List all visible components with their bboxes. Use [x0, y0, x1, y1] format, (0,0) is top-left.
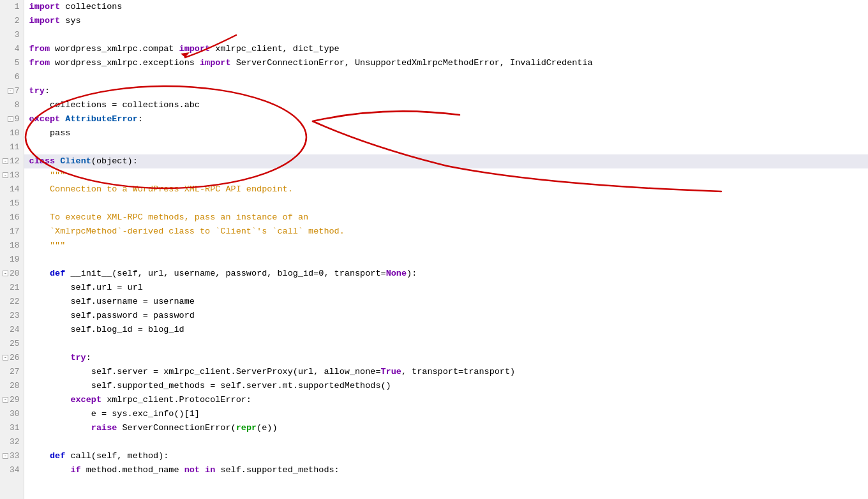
- line-number: 10: [0, 126, 24, 140]
- code-line: try:: [24, 351, 868, 365]
- fold-icon[interactable]: -: [8, 116, 13, 122]
- token: __init__(self, url, username, password, …: [65, 267, 318, 281]
- token: xmlrpc_client, dict_type: [210, 42, 340, 56]
- token: collections = collections.abc: [29, 98, 200, 112]
- token: (object):: [91, 154, 138, 168]
- code-line: import collections: [24, 0, 868, 14]
- code-line: self.server = xmlrpc_client.ServerProxy(…: [24, 365, 868, 379]
- token: :: [138, 112, 143, 126]
- token: e = sys.exc_info()[1]: [29, 407, 200, 421]
- token: try: [29, 351, 86, 365]
- line-number: 15: [0, 197, 24, 211]
- token: try: [29, 84, 45, 98]
- code-content: 123456-78-91011-12-13141516171819-202122…: [0, 0, 868, 499]
- code-line: """: [24, 239, 868, 253]
- code-line: [24, 253, 868, 267]
- token: ):: [407, 267, 417, 281]
- token: except: [29, 393, 101, 407]
- code-editor: 123456-78-91011-12-13141516171819-202122…: [0, 0, 868, 499]
- code-line: class Client(object):: [24, 154, 868, 168]
- token: method.method_name: [81, 463, 184, 477]
- code-line: self.password = password: [24, 309, 868, 323]
- token: in: [205, 463, 215, 477]
- token: def: [29, 449, 66, 463]
- line-number: -20: [0, 267, 24, 281]
- code-line: except xmlrpc_client.ProtocolError:: [24, 393, 868, 407]
- code-line: `XmlrpcMethod`-derived class to `Client`…: [24, 225, 868, 239]
- token: self.username = username: [29, 295, 195, 309]
- token: from: [29, 56, 50, 70]
- fold-icon[interactable]: -: [3, 397, 8, 403]
- token: import: [29, 14, 61, 28]
- token: , transport=transport): [401, 365, 515, 379]
- token: sys: [60, 14, 80, 28]
- fold-icon[interactable]: -: [3, 453, 8, 459]
- fold-icon[interactable]: -: [3, 355, 8, 361]
- token: ServerConnectionError(: [117, 421, 236, 435]
- token: Connection to a WordPress XML-RPC API en…: [29, 182, 293, 197]
- token: wordpress_xmlrpc.compat: [50, 42, 179, 56]
- fold-icon[interactable]: -: [3, 158, 8, 164]
- token: """: [29, 168, 66, 182]
- token: import: [200, 56, 231, 70]
- fold-icon[interactable]: -: [3, 172, 8, 178]
- token: ServerConnectionError, UnsupportedXmlrpc…: [231, 56, 593, 70]
- line-number: 1: [0, 0, 24, 14]
- token: from: [29, 42, 50, 56]
- code-line: except AttributeError:: [24, 112, 868, 126]
- token: call(self, method):: [65, 449, 168, 463]
- token: pass: [29, 126, 71, 140]
- code-line: self.supported_methods = self.server.mt.…: [24, 379, 868, 393]
- line-number: 25: [0, 337, 24, 351]
- code-line: To execute XML-RPC methods, pass an inst…: [24, 211, 868, 225]
- line-number: 32: [0, 435, 24, 449]
- token: self.password = password: [29, 309, 195, 323]
- code-line: [24, 435, 868, 449]
- token: , transport=: [324, 267, 385, 281]
- token: [55, 154, 60, 168]
- line-number: 23: [0, 309, 24, 323]
- fold-icon[interactable]: -: [3, 271, 8, 276]
- code-line: try:: [24, 84, 868, 98]
- token: self.server = xmlrpc_client.ServerProxy(…: [29, 365, 381, 379]
- code-line: self.url = url: [24, 281, 868, 295]
- token: if: [29, 463, 81, 477]
- token: :: [45, 84, 50, 98]
- line-number: -13: [0, 168, 24, 182]
- token: xmlrpc_client.ProtocolError:: [101, 393, 251, 407]
- token: To execute XML-RPC methods, pass an inst…: [29, 211, 308, 225]
- token: 0: [318, 267, 324, 281]
- fold-icon[interactable]: -: [8, 88, 13, 94]
- code-line: def __init__(self, url, username, passwo…: [24, 267, 868, 281]
- token: repr: [236, 421, 257, 435]
- token: [60, 112, 65, 126]
- token: AttributeError: [65, 112, 137, 126]
- line-number: 31: [0, 421, 24, 435]
- code-line: e = sys.exc_info()[1]: [24, 407, 868, 421]
- token: raise: [29, 421, 117, 435]
- line-numbers: 123456-78-91011-12-13141516171819-202122…: [0, 0, 24, 499]
- code-line: [24, 337, 868, 351]
- line-number: 4: [0, 42, 24, 56]
- token: self.supported_methods:: [215, 463, 339, 477]
- token: collections: [60, 0, 122, 14]
- code-line: pass: [24, 126, 868, 140]
- line-number: -12: [0, 154, 24, 168]
- line-number: -7: [0, 84, 24, 98]
- code-line: Connection to a WordPress XML-RPC API en…: [24, 182, 868, 197]
- line-number: -33: [0, 449, 24, 463]
- code-line: from wordpress_xmlrpc.exceptions import …: [24, 56, 868, 70]
- line-number: 14: [0, 182, 24, 197]
- token: self.blog_id = blog_id: [29, 323, 184, 337]
- token: [200, 463, 205, 477]
- token: not: [184, 463, 200, 477]
- token: except: [29, 112, 61, 126]
- line-number: 8: [0, 98, 24, 112]
- line-number: 18: [0, 239, 24, 253]
- line-number: 19: [0, 253, 24, 267]
- code-line: import sys: [24, 14, 868, 28]
- code-line: def call(self, method):: [24, 449, 868, 463]
- line-number: 2: [0, 14, 24, 28]
- token: None: [386, 267, 407, 281]
- line-number: 3: [0, 28, 24, 42]
